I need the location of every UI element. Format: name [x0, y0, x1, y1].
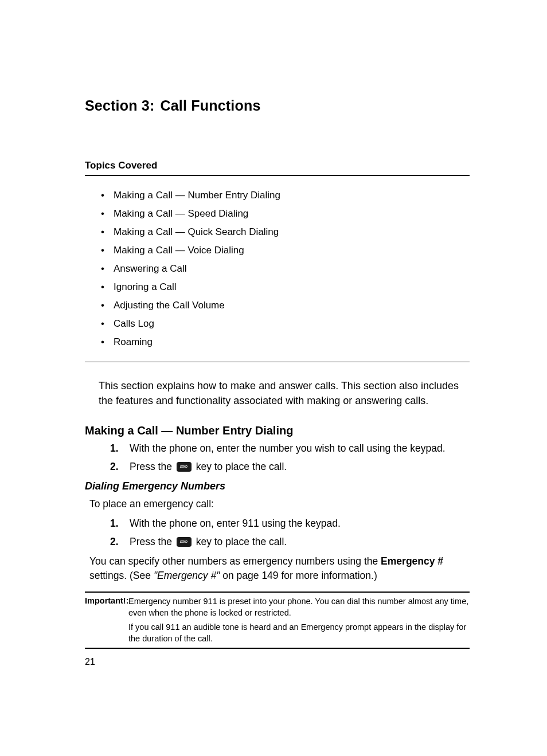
- steps-emergency: With the phone on, enter 911 using the k…: [85, 516, 470, 550]
- topic-item: Making a Call — Number Entry Dialing: [101, 190, 470, 201]
- step-item: With the phone on, enter 911 using the k…: [130, 516, 470, 531]
- section-title: Section 3:Call Functions: [85, 97, 470, 114]
- document-page: Section 3:Call Functions Topics Covered …: [0, 0, 547, 702]
- topic-item: Adjusting the Call Volume: [101, 300, 470, 311]
- note-text: Emergency number 911 is preset into your…: [128, 596, 470, 618]
- topic-item: Making a Call — Voice Dialing: [101, 245, 470, 256]
- note-row: Important!: Emergency number 911 is pres…: [85, 596, 470, 618]
- topics-covered-heading: Topics Covered: [85, 160, 470, 176]
- step-item: Press the key to place the call.: [130, 459, 470, 475]
- page-number: 21: [85, 657, 470, 667]
- important-note: Important!: Emergency number 911 is pres…: [85, 596, 470, 644]
- note-spacer: [85, 622, 125, 644]
- send-key-icon: [177, 537, 192, 547]
- emergency-lead: To place an emergency call:: [89, 497, 470, 511]
- topic-item: Roaming: [101, 336, 470, 348]
- topics-list: Making a Call — Number Entry Dialing Mak…: [101, 190, 470, 348]
- note-label: Important!:: [85, 596, 125, 618]
- text-bold: Emergency #: [381, 555, 443, 567]
- note-text: If you call 911 an audible tone is heard…: [128, 622, 470, 644]
- steps-number-entry: With the phone on, enter the number you …: [85, 441, 470, 475]
- topic-item: Calls Log: [101, 318, 470, 330]
- section-intro: This section explains how to make and an…: [99, 378, 470, 408]
- step-item: With the phone on, enter the number you …: [130, 441, 470, 456]
- divider: [85, 648, 470, 649]
- step-item: Press the key to place the call.: [130, 534, 470, 550]
- step-text-a: Press the: [130, 461, 175, 472]
- note-row: If you call 911 an audible tone is heard…: [85, 622, 470, 644]
- title-prefix: Section 3:: [85, 97, 154, 113]
- topic-item: Ignoring a Call: [101, 281, 470, 293]
- topic-item: Making a Call — Speed Dialing: [101, 208, 470, 220]
- text-italic-ref: "Emergency #": [154, 570, 220, 581]
- text: on page 149 for more information.): [220, 570, 377, 581]
- heading-emergency-numbers: Dialing Emergency Numbers: [85, 480, 470, 492]
- divider: [85, 592, 470, 593]
- text: settings. (See: [89, 570, 154, 581]
- step-text-b: key to place the call.: [193, 461, 287, 472]
- emergency-tail: You can specify other numbers as emergen…: [89, 554, 470, 582]
- send-key-icon: [177, 462, 192, 472]
- topic-item: Making a Call — Quick Search Dialing: [101, 226, 470, 238]
- title-main: Call Functions: [160, 97, 260, 113]
- step-text-a: Press the: [130, 536, 175, 547]
- divider: [85, 362, 470, 362]
- topic-item: Answering a Call: [101, 263, 470, 275]
- text: You can specify other numbers as emergen…: [89, 555, 381, 567]
- heading-number-entry-dialing: Making a Call — Number Entry Dialing: [85, 424, 470, 437]
- step-text-b: key to place the call.: [193, 536, 287, 547]
